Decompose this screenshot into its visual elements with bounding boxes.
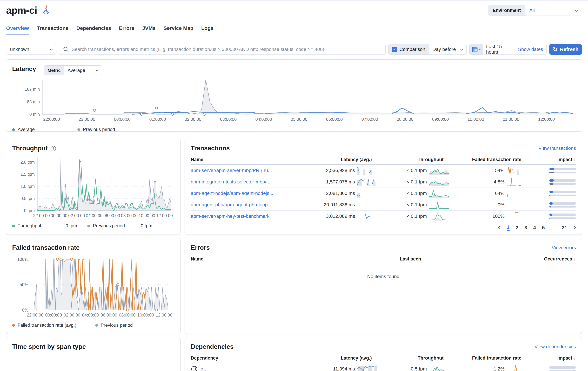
span-type-title: Time spent by span type	[12, 343, 86, 350]
show-dates-link[interactable]: Show dates	[518, 47, 546, 52]
chevron-down-icon	[479, 48, 481, 50]
comparison-label: Comparison	[399, 47, 425, 52]
svg-text:83 min: 83 min	[27, 99, 40, 104]
latency-metric-select[interactable]: Metric Average	[44, 65, 102, 75]
dependency-link[interactable]: git	[201, 366, 206, 371]
transaction-link[interactable]: apm-integration-tests-selector-mbp/...	[191, 179, 270, 185]
comparison-checkbox[interactable]: ✓	[392, 47, 397, 52]
tab-dependencies[interactable]: Dependencies	[76, 25, 111, 35]
refresh-button[interactable]: ↻ Refresh	[549, 44, 582, 55]
date-picker: Last 15 hours Show dates	[469, 44, 547, 55]
transactions-title: Transactions	[191, 145, 230, 152]
impact-bar	[549, 168, 576, 173]
tab-service-map[interactable]: Service Map	[163, 25, 193, 35]
table-row: apm-integration-tests-selector-mbp/... 1…	[191, 176, 576, 188]
transaction-link[interactable]: apm-server/apm-hey-test-benchmark	[191, 214, 270, 219]
page-button-5[interactable]: 5	[542, 225, 545, 230]
time-range-value[interactable]: Last 15 hours	[483, 44, 518, 55]
failed-rate-sparkline	[506, 177, 527, 187]
failed-rate-panel: Failed transaction rate 0%50%100%22:00:0…	[6, 238, 180, 334]
svg-text:08:00:00: 08:00:00	[397, 117, 413, 122]
previous-page-icon[interactable]	[498, 226, 501, 229]
failed-rate-sparkline	[506, 165, 527, 175]
search-icon	[63, 46, 69, 52]
svg-text:06:00:00: 06:00:00	[104, 213, 120, 218]
tab-logs[interactable]: Logs	[201, 25, 213, 35]
page-button-1[interactable]: 1	[507, 225, 510, 231]
svg-text:04:00:00: 04:00:00	[82, 313, 99, 317]
legend-dot	[12, 128, 15, 131]
search-box	[59, 44, 386, 55]
transaction-link[interactable]: apm-agent-php/apm-agent-php-loop-...	[191, 202, 273, 207]
svg-text:03:00:00: 03:00:00	[220, 117, 237, 122]
comparison-select[interactable]: Day before	[429, 47, 466, 52]
transaction-link[interactable]: apm-server/apm-server-mbp/PR-{nu...	[191, 168, 272, 173]
svg-text:0.5 tpm: 0.5 tpm	[21, 196, 35, 201]
transaction-type-select[interactable]: unknown	[6, 44, 56, 55]
latency-chart[interactable]: 0 min83 min167 min22:00:0023:00:0000:00:…	[12, 78, 576, 123]
throughput-legend: Throughput 0 tpm Previous period 0 tpm	[12, 223, 175, 228]
occurrences-sort-header[interactable]: Occurrences ↓	[519, 256, 576, 262]
view-errors-link[interactable]: View errors	[552, 245, 576, 250]
tab-transactions[interactable]: Transactions	[37, 25, 68, 35]
environment-select[interactable]: Environment All	[488, 5, 582, 16]
transactions-panel: Transactions View transactions Name Late…	[185, 139, 582, 235]
tab-overview[interactable]: Overview	[6, 25, 29, 35]
svg-text:05:00:00: 05:00:00	[291, 117, 307, 122]
svg-text:08:00:00: 08:00:00	[119, 313, 136, 317]
svg-text:10:00:00: 10:00:00	[137, 313, 154, 317]
calendar-button[interactable]	[470, 44, 483, 54]
legend-item: Average	[12, 127, 35, 132]
sort-desc-icon: ↓	[574, 355, 576, 361]
legend-item: Previous period	[77, 127, 115, 132]
tab-jvms[interactable]: JVMs	[142, 25, 156, 35]
empty-table-message: No items found	[191, 274, 576, 279]
chevron-down-icon	[460, 47, 463, 50]
comparison-value: Day before	[432, 47, 456, 52]
legend-item: Failed transaction rate (avg.)	[12, 323, 76, 328]
check-icon: ✓	[393, 47, 396, 52]
latency-sparkline	[357, 165, 378, 175]
next-page-icon[interactable]	[573, 226, 576, 229]
page-button-2[interactable]: 2	[516, 225, 518, 230]
svg-text:09:00:00: 09:00:00	[432, 117, 449, 122]
svg-text:04:00:00: 04:00:00	[255, 117, 272, 122]
view-dependencies-link[interactable]: View dependencies	[535, 344, 576, 350]
service-tabs: Overview Transactions Dependencies Error…	[6, 25, 213, 35]
page-button-21[interactable]: 21	[562, 225, 567, 230]
page-button-4[interactable]: 4	[533, 225, 536, 230]
impact-bar	[549, 191, 576, 196]
svg-text:22:00:00: 22:00:00	[43, 117, 60, 122]
dependencies-panel: Dependencies View dependencies Dependenc…	[185, 337, 582, 371]
svg-text:167 min: 167 min	[25, 87, 40, 92]
svg-text:2.0 tpm: 2.0 tpm	[21, 160, 35, 165]
svg-text:07:00:00: 07:00:00	[361, 117, 378, 122]
impact-sort-header[interactable]: Impact ↓	[549, 157, 576, 162]
errors-panel: Errors View errors Name Last seen Occurr…	[185, 238, 582, 334]
failed-rate-chart[interactable]: 0%50%100%22:00:0000:00:0002:00:0004:00:0…	[12, 255, 175, 318]
help-icon[interactable]: ?	[51, 146, 56, 151]
legend-dot	[77, 128, 80, 131]
throughput-sparkline	[429, 177, 449, 187]
tab-errors[interactable]: Errors	[119, 25, 134, 35]
errors-title: Errors	[191, 244, 210, 251]
svg-text:1.0 tpm: 1.0 tpm	[21, 184, 35, 189]
transaction-link[interactable]: apm-agent-nodejs/apm-agent-nodejs...	[191, 191, 273, 196]
page-button-3[interactable]: 3	[525, 225, 527, 230]
impact-bar	[549, 202, 576, 207]
transaction-type-value: unknown	[10, 47, 29, 52]
svg-text:08:00:00: 08:00:00	[121, 213, 138, 218]
throughput-chart[interactable]: 0 tpm0.5 tpm1.0 tpm1.5 tpm2.0 tpm22:00:0…	[12, 155, 175, 219]
view-transactions-link[interactable]: View transactions	[538, 145, 576, 151]
chevron-down-icon	[50, 47, 53, 50]
search-input[interactable]	[72, 47, 382, 52]
throughput-sparkline	[429, 188, 449, 198]
filter-bar: unknown ✓ Comparison Day before Last 15 …	[6, 44, 582, 55]
impact-sort-header[interactable]: Impact ↓	[549, 355, 576, 361]
errors-table-header: Name Last seen Occurrences ↓	[191, 254, 576, 264]
svg-text:06:00:00: 06:00:00	[101, 313, 117, 317]
svg-text:11:00:00: 11:00:00	[503, 117, 519, 122]
svg-text:22:00:00: 22:00:00	[33, 213, 50, 218]
comparison-toggle[interactable]: ✓ Comparison	[388, 44, 429, 54]
svg-text:00:00:00: 00:00:00	[45, 313, 62, 317]
